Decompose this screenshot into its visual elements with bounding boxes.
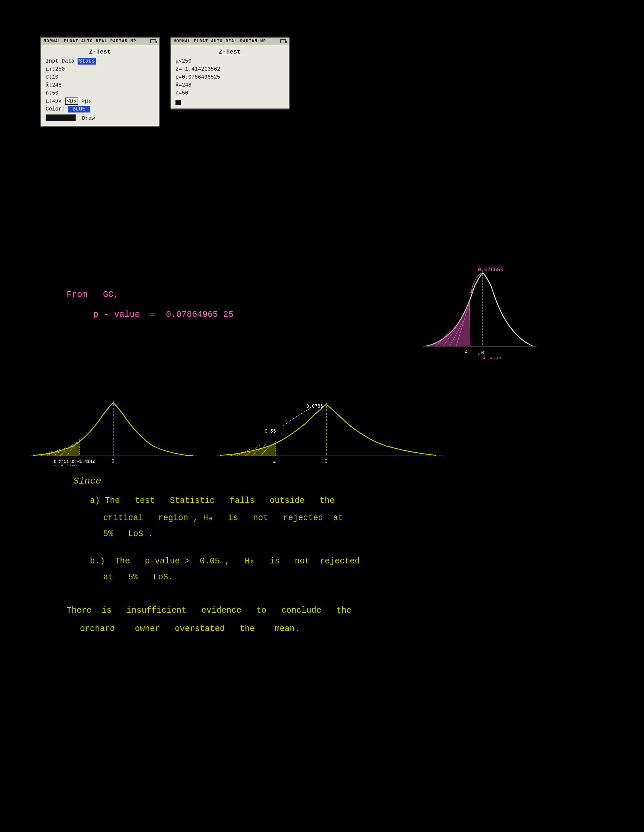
since-label: Since (73, 476, 101, 486)
part-b-line2: at 5% LoS. (103, 573, 173, 582)
calc1-body: Z-Test Inpt:Data Stats μ₀:250 σ:10 x̄:24… (41, 45, 159, 126)
small-normal-curve: 0.078650 z 0 -1.4142 ↗ (416, 266, 543, 359)
calc1-header: NORMAL FLOAT AUTO REAL RADIAN MP (41, 38, 159, 45)
calc2-p: p=0.0786496525 (176, 73, 284, 81)
conclusion-line2: orchard owner overstated the mean. (80, 624, 300, 634)
calc2-title: Z-Test (176, 49, 284, 55)
svg-text:-1.4142: -1.4142 (479, 357, 502, 359)
battery-icon-2 (280, 39, 286, 43)
calc2-header: NORMAL FLOAT AUTO REAL RADIAN MP (171, 38, 289, 45)
svg-text:0: 0 (112, 459, 114, 464)
calc2-cursor (176, 100, 181, 105)
calc1-sigma: σ:10 (46, 73, 154, 81)
calc1-draw-row: Draw (46, 115, 154, 122)
part-a-line1: a) The test Statistic falls outside the (90, 496, 335, 506)
calc2-mu-less: μ<250 (176, 57, 284, 65)
large-normal-curve-left: z_crit z=-1.4142 = -1.6449 0 (27, 393, 200, 466)
calc1-xbar: x̄:248 (46, 81, 154, 89)
calc1-title: Z-Test (46, 49, 154, 55)
svg-text:= -1.6449: = -1.6449 (53, 464, 77, 466)
part-b-line1: b.) The p-value > 0.05 , H₀ is not rejec… (90, 556, 360, 566)
svg-text:0: 0 (325, 459, 327, 464)
svg-text:0.0786: 0.0786 (306, 404, 323, 409)
calc2-xbar: x̄=248 (176, 81, 284, 89)
calc1-mu0: μ₀:250 (46, 65, 154, 73)
svg-text:↗: ↗ (477, 352, 480, 357)
calc2-n: n=50 (176, 89, 284, 97)
calc1-inpt: Inpt:Data Stats (46, 57, 154, 65)
calc2-z: z=-1.414213562 (176, 65, 284, 73)
calc1-less-mu0: <μ₀ (65, 98, 78, 105)
svg-text:z: z (465, 349, 468, 354)
p-value-label: p - value = 0.07864965 25 (93, 309, 234, 320)
large-normal-curve-right: 0.0786 0.55 z 0 (213, 393, 446, 466)
calc1-blue-highlight: BLUE (68, 106, 90, 112)
svg-text:0.55: 0.55 (265, 429, 276, 434)
calc1-mu-options: μ:≠μ₀ <μ₀ >μ₀ (46, 97, 154, 105)
svg-text:z_crit  z=-1.4142: z_crit z=-1.4142 (53, 459, 95, 464)
calculator-screen-1: NORMAL FLOAT AUTO REAL RADIAN MP Z-Test … (40, 37, 160, 127)
battery-icon-1 (150, 39, 156, 43)
part-a-line3: 5% LoS . (103, 529, 153, 539)
calculator-screen-2: NORMAL FLOAT AUTO REAL RADIAN MP Z-Test … (170, 37, 290, 109)
svg-text:0.078650: 0.078650 (478, 267, 503, 273)
calc2-body: Z-Test μ<250 z=-1.414213562 p=0.07864965… (171, 45, 289, 109)
calc1-color: Color: BLUE (46, 105, 154, 113)
calc1-n: n:50 (46, 89, 154, 97)
conclusion-line1: There is insufficient evidence to conclu… (67, 606, 351, 615)
calc2-header-text: NORMAL FLOAT AUTO REAL RADIAN MP (173, 39, 266, 43)
part-a-line2: critical region , H₀ is not rejected at (103, 512, 343, 523)
svg-text:z: z (273, 459, 276, 464)
svg-text:0: 0 (481, 350, 484, 356)
from-gc-label: From GC, (67, 290, 119, 299)
calc1-header-text: NORMAL FLOAT AUTO REAL RADIAN MP (43, 39, 136, 43)
calc1-stats-highlight: Stats (78, 58, 96, 64)
